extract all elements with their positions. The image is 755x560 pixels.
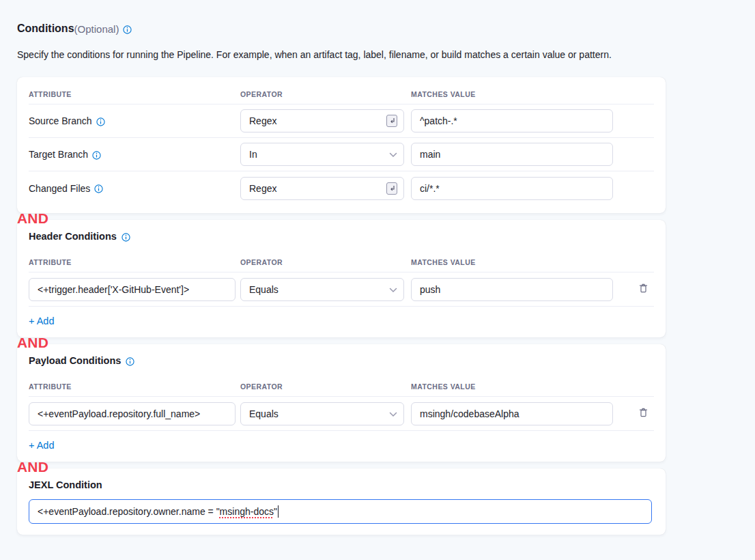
info-icon[interactable] [122,232,130,241]
header-value-input[interactable] [411,278,613,301]
jexl-value-misspelled: msingh-docs [220,506,274,517]
and-separator: AND [17,459,666,475]
operator-column-header: OPERATOR [240,258,411,266]
source-branch-value-input[interactable] [411,109,613,132]
delete-row-button[interactable] [635,281,651,298]
table-row-target-branch: Target Branch In [29,138,654,171]
payload-value-input[interactable] [411,402,613,425]
operator-value: Regex [249,183,276,194]
conditions-description: Specify the conditions for running the P… [17,49,666,60]
payload-conditions-card: Payload Conditions ATTRIBUTE OPERATOR MA… [17,344,666,462]
trash-icon [638,283,649,296]
matches-value-column-header: MATCHES VALUE [411,90,613,98]
info-icon[interactable] [92,150,101,159]
trigger-conditions-page: Conditions (Optional) Specify the condit… [0,0,755,535]
target-branch-label: Target Branch [29,149,88,160]
operator-value: In [249,149,257,160]
chevron-down-icon [389,149,397,160]
target-branch-value-input[interactable] [411,143,613,166]
header-condition-row: Equals [29,272,654,306]
divider [29,430,654,431]
header-conditions-title: Header Conditions [29,231,117,242]
payload-attribute-input[interactable] [29,402,236,425]
payload-conditions-title: Payload Conditions [29,355,121,366]
jexl-value-prefix: <+eventPayload.repository.owner.name = " [38,506,220,517]
info-icon[interactable] [96,117,105,126]
header-attribute-input[interactable] [29,278,236,301]
attribute-column-header: ATTRIBUTE [29,258,240,266]
payload-condition-row: Equals [29,397,654,430]
jexl-condition-card: JEXL Condition <+eventPayload.repository… [17,468,666,535]
target-branch-operator-select[interactable]: In [240,143,404,166]
attribute-column-header: ATTRIBUTE [29,382,240,391]
page-title: Conditions (Optional) [17,23,666,35]
jexl-condition-title: JEXL Condition [29,479,102,490]
and-separator: AND [17,335,666,351]
attribute-column-header: ATTRIBUTE [29,90,240,98]
delete-row-button[interactable] [635,406,651,422]
text-cursor [278,505,279,518]
source-branch-label: Source Branch [29,115,92,126]
divider [29,306,654,307]
payload-operator-select[interactable]: Equals [240,402,404,425]
jexl-value-suffix: " [274,506,277,517]
changed-files-value-input[interactable] [411,177,613,200]
header-conditions-card: Header Conditions ATTRIBUTE OPERATOR MAT… [17,220,666,337]
operator-column-header: OPERATOR [240,382,411,391]
chevron-down-icon [389,408,397,419]
column-headers: ATTRIBUTE OPERATOR MATCHES VALUE [29,84,654,104]
table-row-changed-files: Changed Files Regex [29,171,654,205]
info-icon[interactable] [94,184,103,193]
trash-icon [638,407,649,420]
branch-conditions-card: ATTRIBUTE OPERATOR MATCHES VALUE Source … [17,77,666,213]
column-headers: ATTRIBUTE OPERATOR MATCHES VALUE [29,252,654,272]
add-header-condition-button[interactable]: + Add [29,316,55,326]
optional-label: (Optional) [74,23,119,35]
operator-column-header: OPERATOR [240,90,411,98]
info-icon[interactable] [123,25,132,33]
table-row-source-branch: Source Branch Regex [29,104,654,138]
conditions-title: Conditions [17,23,74,35]
enter-key-icon [386,115,397,127]
info-icon[interactable] [126,356,134,365]
operator-value: Regex [249,115,276,126]
matches-value-column-header: MATCHES VALUE [411,382,613,391]
changed-files-operator-select[interactable]: Regex [240,177,404,200]
matches-value-column-header: MATCHES VALUE [411,258,613,266]
chevron-down-icon [389,284,397,295]
and-separator: AND [17,210,666,227]
header-operator-select[interactable]: Equals [240,278,404,301]
jexl-condition-input[interactable]: <+eventPayload.repository.owner.name = "… [29,499,652,524]
changed-files-label: Changed Files [29,183,90,194]
operator-value: Equals [249,284,279,295]
enter-key-icon [386,182,397,195]
source-branch-operator-select[interactable]: Regex [240,109,404,132]
add-payload-condition-button[interactable]: + Add [29,440,55,451]
column-headers: ATTRIBUTE OPERATOR MATCHES VALUE [29,376,654,397]
operator-value: Equals [249,408,279,419]
